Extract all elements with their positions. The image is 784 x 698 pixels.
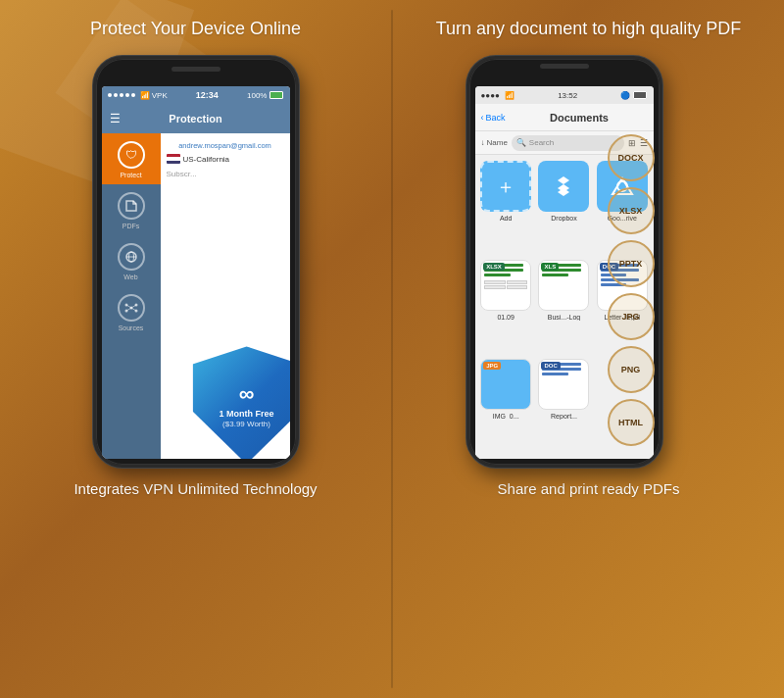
file-name: Add [500,215,512,222]
left-nav-bar: ☰ Protection [102,104,290,133]
format-badge-pptx: PPTX [608,240,655,287]
list-item[interactable]: ＋ Add [479,161,533,256]
left-nav-title: Protection [169,113,221,125]
back-chevron-icon: ‹ [481,113,484,123]
file-name: 01.09 [497,314,514,321]
format-badge-png: PNG [608,346,655,393]
svg-line-11 [131,308,136,311]
format-badge-docx: DOCX [608,134,655,181]
xlsx-tag: XLSX [483,263,505,271]
bluetooth-icon: 🔵 [620,91,630,100]
list-item[interactable]: JPG IMG_0... [479,359,533,454]
sidebar-sources-label: Sources [119,324,144,331]
shield-shape: ∞ 1 Month Free ($3.99 Worth) [193,346,290,459]
main-layout: Protect Your Device Online 📶 VPK 12:34 1… [0,0,784,698]
search-placeholder: Search [529,138,554,147]
left-phone-mockup: 📶 VPK 12:34 100% ☰ Protection [93,56,299,468]
sidebar-item-web[interactable]: Web [102,235,161,286]
xls-tag: XLS [541,263,559,271]
left-panel-title: Protect Your Device Online [90,18,301,40]
pdfs-icon [118,192,145,220]
right-panel-title: Turn any document to high quality PDF [436,18,742,40]
dropbox-file-icon [538,161,589,212]
add-file-icon: ＋ [480,161,531,212]
list-item[interactable]: Dropbox [537,161,591,256]
file-name: Busi...-Log [548,314,580,321]
sort-label: Name [487,138,508,147]
vpn-sidebar: 🛡 Protect PDFs [102,133,161,459]
file-name: Report... [551,413,577,420]
vpn-location-text: US-California [183,155,230,164]
sidebar-item-protect[interactable]: 🛡 Protect [102,133,161,184]
vpn-main-content: andrew.mospan@gmail.com US-California Su… [161,133,290,459]
sidebar-item-sources[interactable]: Sources [102,286,161,337]
doc2-tag: DOC [541,362,560,370]
sidebar-protect-label: Protect [120,172,141,178]
right-phone-wrapper: ●●●● 📶 13:52 🔵 ‹ [466,56,662,468]
battery-icon [270,91,283,99]
jpg-file-icon: JPG [480,359,531,410]
xls-file-icon: XLS [538,260,589,311]
right-battery-icon [633,91,647,99]
right-panel-footer: Share and print ready PDFs [488,468,690,513]
left-status-right: 100% [247,91,283,100]
list-item[interactable]: DOC Report... [537,359,591,454]
svg-line-10 [126,308,131,311]
docs-nav-bar: ‹ Back Documents [475,104,654,131]
left-status-bar: 📶 VPK 12:34 100% [102,86,290,104]
back-button[interactable]: ‹ Back [481,113,506,123]
svg-line-8 [126,305,131,308]
left-phone-screen: 📶 VPK 12:34 100% ☰ Protection [102,86,290,459]
right-panel: Turn any document to high quality PDF ●●… [393,0,784,698]
sidebar-pdfs-label: PDFs [122,223,140,229]
file-name: IMG_0... [493,413,519,420]
xlsx-file-icon: XLSX [480,260,531,311]
us-flag-icon [167,154,180,164]
sidebar-web-label: Web [123,274,137,280]
left-panel: Protect Your Device Online 📶 VPK 12:34 1… [0,0,391,698]
shield-overlay: ∞ 1 Month Free ($3.99 Worth) [193,346,290,459]
docs-nav-title: Documents [512,112,648,124]
web-icon [118,243,145,271]
vpn-location: US-California [167,154,284,164]
list-item[interactable]: XLSX [479,260,533,355]
sidebar-item-pdfs[interactable]: PDFs [102,184,161,235]
hamburger-icon[interactable]: ☰ [110,112,121,125]
format-badge-xlsx: XLSX [608,187,655,234]
left-panel-footer: Integrates VPN Unlimited Technology [64,468,326,513]
vpn-email: andrew.mospan@gmail.com [167,141,284,150]
format-badge-html: HTML [608,399,655,446]
sort-down-icon: ↓ [481,138,485,147]
sort-control[interactable]: ↓ Name [481,138,508,147]
page-wrapper: Protect Your Device Online 📶 VPK 12:34 1… [0,0,784,698]
vpn-subscribe: Subscr... [167,170,284,178]
file-name: Dropbox [551,215,576,222]
shield-text-2: ($3.99 Worth) [222,420,270,428]
signal-dots: 📶 VPK [108,91,168,100]
shield-text-1: 1 Month Free [219,409,273,420]
vpn-content: 🛡 Protect PDFs [102,133,290,459]
format-badge-jpg: JPG [608,293,655,340]
protect-icon: 🛡 [118,141,145,169]
battery-percent: 100% [247,91,267,100]
infinity-icon: ∞ [239,381,255,407]
right-status-time: 13:52 [558,91,577,100]
format-badges: DOCX XLSX PPTX JPG PNG HTML [608,134,655,446]
left-status-time: 12:34 [196,90,219,100]
jpg-tag: JPG [483,362,501,370]
back-label: Back [486,113,506,123]
search-icon: 🔍 [516,138,526,147]
list-item[interactable]: XLS Busi...-Log [537,260,591,355]
sources-icon [118,294,145,322]
right-status-bar: ●●●● 📶 13:52 🔵 [475,86,654,104]
doc2-file-icon: DOC [538,359,589,410]
svg-line-9 [131,305,136,308]
